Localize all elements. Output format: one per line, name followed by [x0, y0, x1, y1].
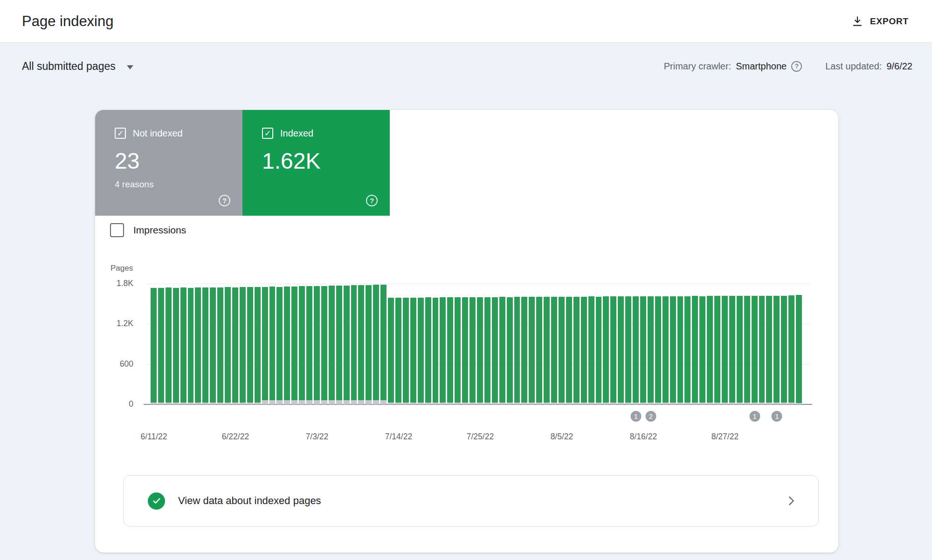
- bar-day[interactable]: [795, 284, 803, 404]
- bar-day[interactable]: [425, 284, 432, 404]
- bar-day[interactable]: [232, 284, 239, 404]
- indexed-help-icon[interactable]: ?: [366, 195, 378, 206]
- bar-day[interactable]: [469, 284, 476, 404]
- bar-day[interactable]: [602, 284, 610, 404]
- bar-day[interactable]: [328, 284, 336, 404]
- bar-day[interactable]: [706, 284, 714, 404]
- bar-day[interactable]: [655, 284, 662, 404]
- bar-day[interactable]: [536, 284, 543, 404]
- bar-day[interactable]: [224, 284, 232, 404]
- bar-day[interactable]: [447, 284, 454, 404]
- bar-day[interactable]: [484, 284, 491, 404]
- impressions-toggle[interactable]: Impressions: [110, 223, 186, 237]
- bar-day[interactable]: [476, 284, 484, 404]
- bar-day[interactable]: [254, 284, 262, 404]
- crawler-help-icon[interactable]: ?: [791, 61, 802, 72]
- bar-day[interactable]: [751, 284, 759, 404]
- bar-day[interactable]: [351, 284, 358, 404]
- checkbox-unchecked-icon[interactable]: [110, 223, 124, 237]
- bar-day[interactable]: [410, 284, 417, 404]
- bar-day[interactable]: [714, 284, 721, 404]
- indexed-stat-box[interactable]: ✓ Indexed 1.62K ?: [242, 110, 390, 216]
- bar-day[interactable]: [298, 284, 306, 404]
- bar-day[interactable]: [729, 284, 736, 404]
- bar-day[interactable]: [684, 284, 691, 404]
- bar-day[interactable]: [173, 284, 180, 404]
- checkbox-checked-icon[interactable]: ✓: [262, 128, 273, 139]
- bar-day[interactable]: [217, 284, 224, 404]
- chart-annotation-marker[interactable]: 1: [748, 410, 761, 423]
- export-button[interactable]: EXPORT: [851, 15, 909, 27]
- not-indexed-help-icon[interactable]: ?: [219, 195, 230, 206]
- bar-day[interactable]: [313, 284, 321, 404]
- bar-day[interactable]: [158, 284, 165, 404]
- bar-day[interactable]: [780, 284, 788, 404]
- bar-day[interactable]: [202, 284, 209, 404]
- bar-day[interactable]: [462, 284, 469, 404]
- bar-day[interactable]: [454, 284, 462, 404]
- bar-day[interactable]: [402, 284, 410, 404]
- bar-day[interactable]: [640, 284, 647, 404]
- bar-day[interactable]: [269, 284, 276, 404]
- bar-day[interactable]: [373, 284, 380, 404]
- bar-day[interactable]: [358, 284, 365, 404]
- bar-day[interactable]: [239, 284, 247, 404]
- bar-day[interactable]: [573, 284, 580, 404]
- bar-day[interactable]: [209, 284, 217, 404]
- bar-day[interactable]: [194, 284, 202, 404]
- bar-day[interactable]: [558, 284, 566, 404]
- bar-day[interactable]: [150, 284, 158, 404]
- bar-day[interactable]: [580, 284, 588, 404]
- bar-day[interactable]: [417, 284, 425, 404]
- bar-day[interactable]: [744, 284, 751, 404]
- bar-day[interactable]: [647, 284, 655, 404]
- bar-day[interactable]: [306, 284, 313, 404]
- bar-day[interactable]: [187, 284, 195, 404]
- bar-day[interactable]: [551, 284, 558, 404]
- bar-day[interactable]: [262, 284, 269, 404]
- bar-day[interactable]: [395, 284, 402, 404]
- bar-day[interactable]: [736, 284, 744, 404]
- bar-day[interactable]: [528, 284, 536, 404]
- bar-day[interactable]: [677, 284, 684, 404]
- checkbox-checked-icon[interactable]: ✓: [115, 128, 126, 139]
- bar-day[interactable]: [165, 284, 173, 404]
- bar-day[interactable]: [291, 284, 298, 404]
- bar-day[interactable]: [543, 284, 551, 404]
- bar-day[interactable]: [180, 284, 187, 404]
- bar-day[interactable]: [632, 284, 640, 404]
- bar-day[interactable]: [514, 284, 521, 404]
- bar-day[interactable]: [506, 284, 514, 404]
- bar-day[interactable]: [380, 284, 387, 404]
- chart-annotation-marker[interactable]: 1: [630, 410, 642, 423]
- bar-day[interactable]: [336, 284, 343, 404]
- bar-day[interactable]: [759, 284, 766, 404]
- bar-day[interactable]: [321, 284, 328, 404]
- not-indexed-stat-box[interactable]: ✓ Not indexed 23 4 reasons ?: [95, 110, 242, 216]
- bar-day[interactable]: [491, 284, 499, 404]
- bar-day[interactable]: [283, 284, 291, 404]
- bar-day[interactable]: [432, 284, 440, 404]
- chart-annotation-marker[interactable]: 2: [644, 410, 657, 423]
- bar-day[interactable]: [588, 284, 595, 404]
- bar-day[interactable]: [387, 284, 395, 404]
- bar-day[interactable]: [499, 284, 506, 404]
- bar-day[interactable]: [625, 284, 632, 404]
- bar-day[interactable]: [766, 284, 773, 404]
- bar-day[interactable]: [691, 284, 699, 404]
- bar-day[interactable]: [670, 284, 677, 404]
- bar-day[interactable]: [662, 284, 670, 404]
- bar-day[interactable]: [343, 284, 351, 404]
- bar-day[interactable]: [439, 284, 447, 404]
- bar-day[interactable]: [721, 284, 729, 404]
- bar-day[interactable]: [617, 284, 625, 404]
- bar-day[interactable]: [276, 284, 283, 404]
- bar-day[interactable]: [365, 284, 373, 404]
- bar-day[interactable]: [773, 284, 780, 404]
- bar-day[interactable]: [699, 284, 706, 404]
- bar-day[interactable]: [595, 284, 603, 404]
- view-indexed-data-link[interactable]: View data about indexed pages: [123, 475, 819, 526]
- chart-annotation-marker[interactable]: 1: [771, 410, 783, 423]
- bar-day[interactable]: [610, 284, 617, 404]
- bar-day[interactable]: [566, 284, 573, 404]
